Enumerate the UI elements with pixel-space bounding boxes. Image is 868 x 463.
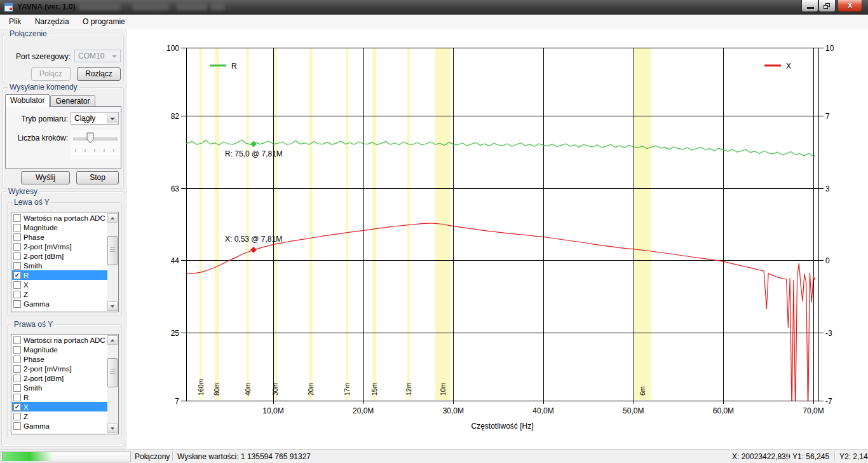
list-item-z[interactable]: Z: [12, 411, 107, 421]
checkbox[interactable]: [13, 375, 21, 382]
minimize-button[interactable]: [801, 0, 818, 12]
serial-port-select[interactable]: COM10: [74, 50, 121, 62]
checkbox[interactable]: [13, 346, 21, 354]
x-tick-label: 20,0M: [353, 406, 374, 415]
x-tick-label: 10,0M: [262, 406, 283, 415]
checkbox[interactable]: [13, 336, 21, 344]
cursor-y1-readout: Y1: 56,245: [792, 452, 829, 461]
right-tick-label: -7: [825, 397, 832, 406]
list-item-label: X: [24, 281, 29, 289]
close-button[interactable]: x: [837, 0, 862, 12]
scroll-up-button[interactable]: [107, 335, 118, 345]
chart-canvas[interactable]: 160m80m40m30m20m17m15m12m10m6m1001082763…: [127, 29, 868, 449]
slider-track[interactable]: [74, 138, 117, 140]
steps-slider[interactable]: [71, 130, 120, 159]
checkbox[interactable]: [13, 413, 21, 420]
band-label: 30m: [271, 382, 279, 396]
scrollbar-thumb[interactable]: [107, 236, 118, 265]
list-item-warto-ci-na-portach-adc[interactable]: Wartości na portach ADC: [12, 213, 107, 223]
left-tick-label: 100: [166, 44, 179, 53]
checkbox[interactable]: [13, 252, 21, 260]
list-item-gamma[interactable]: Gamma: [12, 299, 107, 308]
tab-generator[interactable]: Generator: [50, 95, 95, 107]
checkbox[interactable]: ✓: [13, 403, 21, 411]
connection-status: Połączony: [135, 452, 170, 461]
left-axis-listbox: Wartości na portach ADCMagnitudePhase2-p…: [11, 212, 119, 312]
list-item-r[interactable]: R: [12, 392, 107, 402]
list-item-smith[interactable]: Smith: [12, 261, 107, 270]
menu-item-o-programie[interactable]: O programie: [77, 15, 131, 26]
list-item-phase[interactable]: Phase: [12, 232, 107, 242]
list-item-magnitude[interactable]: Magnitude: [12, 223, 107, 232]
checkbox[interactable]: [13, 291, 21, 298]
checkbox[interactable]: ✓: [13, 272, 21, 279]
connect-button[interactable]: Połącz: [31, 67, 71, 81]
band-label: 160m: [197, 378, 205, 396]
menu-item-plik[interactable]: Plik: [3, 15, 27, 26]
disconnect-button[interactable]: Rozłącz: [77, 67, 121, 81]
list-item-label: R: [24, 394, 29, 401]
series-X: [186, 223, 815, 414]
list-item-r[interactable]: ✓R: [12, 270, 107, 280]
list-item-gamma[interactable]: Gamma: [12, 421, 107, 431]
minimize-icon: [807, 7, 814, 9]
list-item-2-port-dbm-[interactable]: 2-port [dBm]: [12, 373, 107, 383]
measure-mode-select[interactable]: Ciągły: [71, 112, 119, 125]
checkbox[interactable]: [13, 365, 21, 373]
checkbox[interactable]: [13, 281, 21, 289]
scroll-up-button[interactable]: [107, 213, 118, 223]
groupbox-plots-title: Wykresy: [6, 187, 39, 196]
list-item-x[interactable]: ✓X: [12, 402, 107, 411]
left-tick-label: 7: [175, 397, 179, 406]
list-item-warto-ci-na-portach-adc[interactable]: Wartości na portach ADC: [12, 335, 107, 345]
band-6m: [634, 48, 651, 400]
list-item-label: Phase: [24, 233, 44, 241]
status-bar: Połączony Wysłane wartości: 1 135594 765…: [0, 449, 868, 463]
redacted-titlebar-text: [79, 4, 121, 11]
command-tabs: Wobulator Generator: [5, 94, 96, 107]
list-item-x[interactable]: X: [12, 280, 107, 289]
right-axis-scrollbar[interactable]: [107, 335, 118, 433]
groupbox-plots: Wykresy Lewa oś Y Wartości na portach AD…: [1, 191, 125, 446]
list-item-label: Magnitude: [24, 346, 58, 354]
checkbox[interactable]: [13, 422, 21, 430]
checkbox[interactable]: [13, 356, 21, 363]
scroll-down-button[interactable]: [107, 424, 118, 433]
checkbox[interactable]: [13, 214, 21, 222]
marker-X[interactable]: [250, 247, 257, 253]
list-item-smith[interactable]: Smith: [12, 383, 107, 392]
marker-label-R: R: 75,0 @ 7,81M: [225, 149, 283, 158]
list-item-2-port-mvrms-[interactable]: 2-port [mVrms]: [12, 364, 107, 373]
cursor-x-readout: X: 20023422,839: [732, 452, 790, 461]
checkbox[interactable]: [13, 224, 21, 232]
list-item-label: 2-port [mVrms]: [24, 365, 72, 373]
list-item-label: Z: [24, 291, 28, 298]
stop-button[interactable]: Stop: [76, 171, 119, 184]
send-button[interactable]: Wyślij: [21, 171, 70, 184]
checkbox[interactable]: [13, 233, 21, 241]
checkbox[interactable]: [13, 384, 21, 392]
marker-R[interactable]: [250, 141, 257, 148]
checkbox[interactable]: [13, 243, 21, 251]
list-item-z[interactable]: Z: [12, 289, 107, 299]
x-tick-label: 40,0M: [532, 406, 553, 415]
slider-ticks: [76, 149, 114, 152]
chart-panel: 160m80m40m30m20m17m15m12m10m6m1001082763…: [127, 29, 868, 449]
list-item-label: Magnitude: [24, 224, 58, 232]
list-item-magnitude[interactable]: Magnitude: [12, 345, 107, 354]
menu-item-narzedzia[interactable]: Narzędzia: [29, 15, 75, 26]
list-item-phase[interactable]: Phase: [12, 354, 107, 364]
checkbox[interactable]: [13, 394, 21, 401]
groupbox-connection: Połączenie Port szeregowy: COM10 Połącz …: [3, 34, 124, 83]
scrollbar-thumb[interactable]: [107, 358, 118, 387]
checkbox[interactable]: [13, 300, 21, 308]
tab-wobulator[interactable]: Wobulator: [5, 94, 50, 107]
scroll-down-button[interactable]: [107, 301, 118, 311]
restore-button[interactable]: [818, 0, 836, 12]
left-axis-scrollbar[interactable]: [107, 213, 118, 311]
checkbox[interactable]: [13, 262, 21, 270]
list-item-2-port-dbm-[interactable]: 2-port [dBm]: [12, 251, 107, 261]
slider-thumb[interactable]: [87, 133, 93, 143]
list-item-2-port-mvrms-[interactable]: 2-port [mVrms]: [12, 242, 107, 251]
progress-bar: [1, 451, 131, 462]
